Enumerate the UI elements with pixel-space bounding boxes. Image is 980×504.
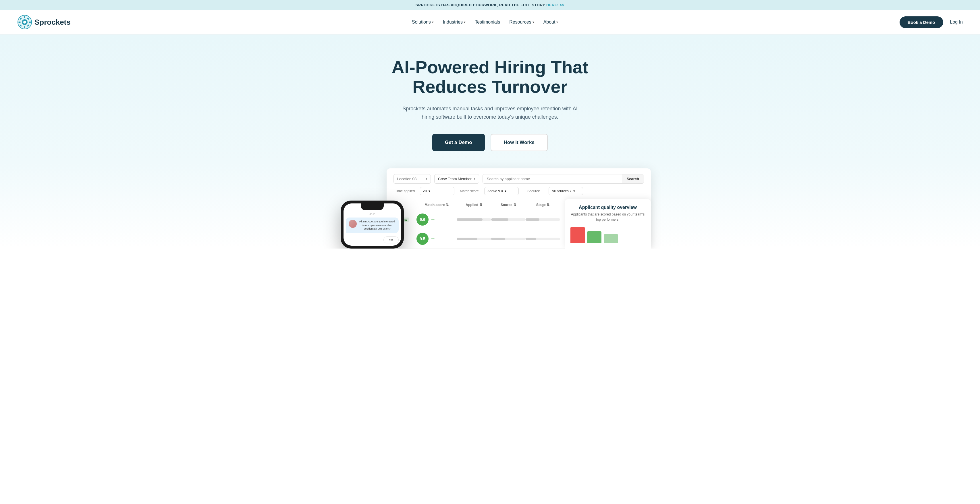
- source-label: Scource: [522, 189, 545, 193]
- navbar: Sprockets Solutions ▾ Industries ▾ Testi…: [0, 10, 980, 35]
- quality-card-title: Applicant quality overview: [570, 205, 645, 210]
- time-filter[interactable]: All ▾: [420, 187, 454, 195]
- svg-rect-6: [29, 22, 31, 23]
- sprockets-logo-icon: [17, 14, 32, 30]
- phone-screen: JoJo Hi, I'm JoJo, are you interested in…: [344, 211, 401, 246]
- location-filter[interactable]: Location 03 ▾: [393, 174, 431, 183]
- get-demo-button[interactable]: Get a Demo: [432, 134, 485, 151]
- source-filter[interactable]: All sources 7 ▾: [549, 187, 583, 195]
- chat-message: Hi, I'm JoJo, are you interested in our …: [358, 220, 396, 231]
- chevron-down-icon: ▾: [426, 177, 427, 180]
- chevron-down-icon: ▾: [573, 189, 575, 193]
- dashboard-preview: JoJo Hi, I'm JoJo, are you interested in…: [318, 168, 662, 249]
- col-header-applied[interactable]: Applied ⇅: [457, 203, 491, 207]
- match-score-label: Match score: [458, 189, 481, 193]
- banner-text: SPROCKETS HAS ACQUIRED HOURWORK, READ TH…: [415, 3, 546, 7]
- hero-title: AI-Powered Hiring That Reduces Turnover: [381, 57, 599, 97]
- chevron-down-icon: ▾: [505, 189, 506, 193]
- dashboard-filters-row2: Time applied All ▾ Match score Above 9.0…: [393, 187, 644, 195]
- match-filter[interactable]: Above 9.0 ▾: [484, 187, 519, 195]
- book-demo-button[interactable]: Book a Demo: [900, 16, 943, 28]
- chevron-down-icon: ▾: [533, 21, 534, 24]
- banner-link[interactable]: HERE! >>: [546, 3, 565, 7]
- login-link[interactable]: Log In: [950, 19, 963, 25]
- chevron-down-icon: ▾: [556, 21, 558, 24]
- score-cell: 9.5 →: [417, 233, 457, 245]
- svg-rect-4: [24, 26, 25, 29]
- how-it-works-button[interactable]: How it Works: [491, 134, 548, 151]
- nav-item-solutions[interactable]: Solutions ▾: [412, 19, 434, 25]
- applied-cell: [457, 238, 491, 240]
- chart-bar-green: [587, 231, 601, 243]
- phone-mockup: JoJo Hi, I'm JoJo, are you interested in…: [340, 201, 404, 249]
- announcement-banner: SPROCKETS HAS ACQUIRED HOURWORK, READ TH…: [0, 0, 980, 10]
- nav-actions: Book a Demo Log In: [900, 16, 963, 28]
- logo: Sprockets: [17, 14, 71, 30]
- score-cell: 9.6 →: [417, 214, 457, 226]
- arrow-icon: →: [430, 236, 436, 242]
- search-box: Search: [482, 174, 644, 183]
- chat-header: JoJo: [346, 213, 399, 216]
- hero-buttons: Get a Demo How it Works: [381, 134, 599, 151]
- applied-cell: [457, 219, 491, 221]
- hero-content: AI-Powered Hiring That Reduces Turnover …: [381, 57, 599, 151]
- svg-rect-3: [24, 16, 25, 18]
- hero-section: AI-Powered Hiring That Reduces Turnover …: [0, 35, 980, 249]
- score-circle: 9.5: [417, 233, 428, 245]
- stage-cell: [526, 238, 560, 240]
- nav-item-about[interactable]: About ▾: [543, 19, 558, 25]
- role-filter[interactable]: Crew Team Member ▾: [434, 174, 479, 183]
- score-circle: 9.6: [417, 214, 428, 226]
- nav-item-resources[interactable]: Resources ▾: [509, 19, 534, 25]
- time-applied-label: Time applied: [393, 189, 417, 193]
- hero-subtitle: Sprockets automates manual tasks and imp…: [401, 105, 579, 121]
- quality-chart: [570, 226, 645, 243]
- search-input[interactable]: [483, 174, 622, 183]
- svg-rect-5: [18, 22, 21, 23]
- avatar: [349, 220, 357, 228]
- dashboard-filters-row1: Location 03 ▾ Crew Team Member ▾ Search: [393, 174, 644, 183]
- chart-bar-red: [570, 227, 585, 243]
- source-cell: [491, 219, 526, 221]
- chevron-down-icon: ▾: [428, 189, 430, 193]
- col-header-source[interactable]: Source ⇅: [491, 203, 526, 207]
- arrow-icon: →: [430, 216, 436, 222]
- svg-point-2: [23, 21, 26, 24]
- chart-bar-green-small: [604, 234, 618, 243]
- stage-cell: [526, 219, 560, 221]
- chevron-down-icon: ▾: [464, 21, 466, 24]
- yes-reply-button[interactable]: Yes: [383, 236, 399, 243]
- chat-bubble: Hi, I'm JoJo, are you interested in our …: [346, 217, 399, 233]
- nav-item-testimonials[interactable]: Testimonials: [475, 19, 500, 25]
- search-button[interactable]: Search: [622, 174, 644, 183]
- nav-item-industries[interactable]: Industries ▾: [443, 19, 466, 25]
- chevron-down-icon: ▾: [432, 21, 434, 24]
- col-header-stage[interactable]: Stage ⇅: [526, 203, 560, 207]
- logo-text: Sprockets: [35, 18, 71, 27]
- source-cell: [491, 238, 526, 240]
- phone-notch: [361, 203, 384, 211]
- quality-card: Applicant quality overview Applicants th…: [565, 199, 651, 249]
- chevron-down-icon: ▾: [474, 177, 475, 180]
- col-header-match[interactable]: Match score ⇅: [417, 203, 457, 207]
- nav-links: Solutions ▾ Industries ▾ Testimonials Re…: [412, 19, 558, 25]
- quality-card-description: Applicants that are scored based on your…: [570, 212, 645, 222]
